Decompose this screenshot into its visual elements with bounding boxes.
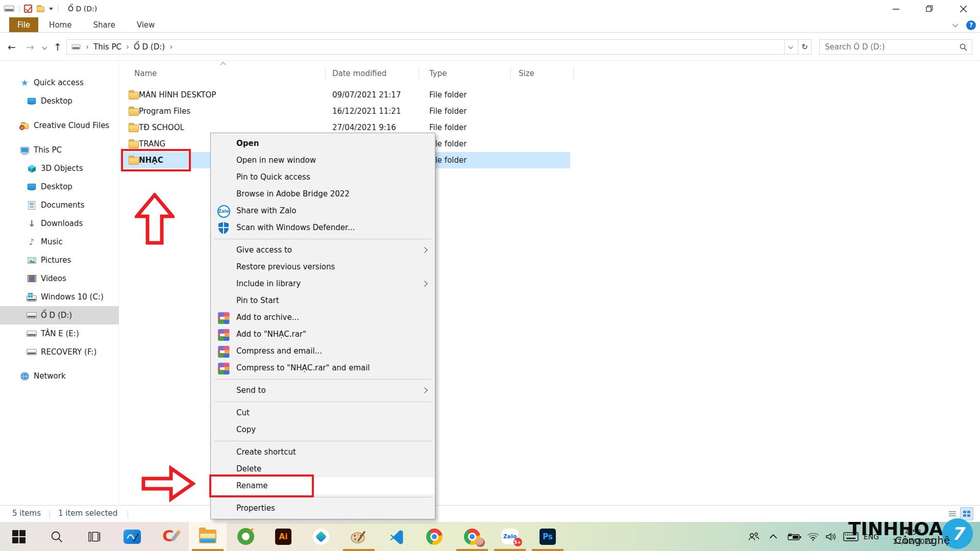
recent-locations-chevron-icon[interactable] — [40, 39, 49, 55]
column-divider[interactable] — [573, 67, 574, 80]
sidebar-item-this-pc[interactable]: This PC — [0, 141, 119, 159]
coccoc-browser-button[interactable] — [227, 522, 264, 551]
customize-toolbar-caret-icon[interactable] — [49, 8, 53, 10]
sidebar-item-windows-c-drive[interactable]: Windows 10 (C:) — [0, 288, 119, 306]
expand-ribbon-chevron-icon[interactable] — [952, 21, 958, 27]
help-button[interactable]: ? — [966, 20, 976, 30]
sidebar-item-desktop[interactable]: Desktop — [0, 178, 119, 196]
column-header-name[interactable]: Name — [134, 69, 157, 78]
menu-item-pin-to-start[interactable]: Pin to Start — [211, 292, 435, 309]
refresh-button[interactable]: ↻ — [798, 40, 811, 54]
address-dropdown-button[interactable] — [785, 40, 798, 54]
file-row-man-hinh-desktop[interactable]: MÀN HÌNH DESKTOP 09/07/2021 21:17 File f… — [122, 87, 570, 103]
menu-item-open-in-new-window[interactable]: Open in new window — [211, 152, 435, 169]
sidebar-item-e-drive[interactable]: TÂN E (E:) — [0, 324, 119, 343]
volume-icon[interactable] — [825, 532, 837, 541]
breadcrumb-this-pc[interactable]: This PC — [93, 42, 121, 52]
sidebar-item-downloads[interactable]: ↓Downloads — [0, 214, 119, 233]
column-divider[interactable] — [325, 67, 326, 80]
menu-item-restore-previous-versions[interactable]: Restore previous versions — [211, 259, 435, 276]
windows-drive-icon — [27, 292, 37, 302]
ccleaner-button[interactable]: C — [151, 522, 189, 551]
task-view-button[interactable] — [76, 522, 113, 551]
sidebar-item-d-drive[interactable]: Ổ D (D:) — [0, 306, 119, 324]
tab-file[interactable]: File — [9, 17, 38, 32]
restore-button[interactable] — [913, 0, 946, 17]
chrome-profile-button[interactable] — [453, 522, 491, 551]
menu-item-add-to-archive[interactable]: Add to archive... — [211, 309, 435, 326]
downloads-icon: ↓ — [27, 218, 37, 229]
whiteboard-button[interactable] — [113, 522, 151, 551]
file-explorer-button[interactable] — [189, 522, 227, 551]
menu-item-properties[interactable]: Properties — [211, 500, 435, 517]
column-divider[interactable] — [419, 67, 419, 80]
column-divider[interactable] — [510, 67, 511, 80]
menu-item-cut[interactable]: Cut — [211, 405, 435, 421]
menu-item-include-in-library[interactable]: Include in library — [211, 276, 435, 292]
large-icons-view-button[interactable] — [960, 507, 973, 520]
illustrator-button[interactable]: Ai — [264, 522, 302, 551]
menu-item-delete[interactable]: Delete — [211, 461, 435, 478]
notification-badge: 5+ — [513, 538, 522, 546]
menu-item-give-access-to[interactable]: Give access to — [211, 242, 435, 259]
properties-check-icon[interactable] — [24, 5, 32, 13]
tab-view[interactable]: View — [126, 17, 166, 32]
minimize-button[interactable] — [879, 0, 913, 17]
zalo-button[interactable]: Zalo5+ — [491, 522, 529, 551]
menu-item-open[interactable]: Open — [211, 135, 435, 152]
tab-home[interactable]: Home — [38, 17, 82, 32]
back-button[interactable]: ← — [5, 39, 18, 55]
column-header-type[interactable]: Type — [429, 69, 447, 78]
menu-item-send-to[interactable]: Send to — [211, 382, 435, 399]
sidebar-item-quick-access[interactable]: ★Quick access — [0, 73, 119, 92]
menu-item-compress-to-nhac-rar-and-email[interactable]: Compress to "NHẠC.rar" and email — [211, 360, 435, 377]
up-button[interactable]: ↑ — [51, 39, 64, 55]
sidebar-item-pictures[interactable]: Pictures — [0, 251, 119, 269]
sidebar-item-3d-objects[interactable]: 3D Objects — [0, 159, 119, 178]
menu-item-add-to-nhac-rar[interactable]: Add to "NHẠC.rar" — [211, 326, 435, 343]
coccoc-icon — [237, 528, 254, 545]
taskbar-buttons: C Ai Zalo5+ Ps — [0, 522, 567, 551]
tab-share[interactable]: Share — [82, 17, 126, 32]
vscode-button[interactable] — [378, 522, 415, 551]
sidebar-item-desktop-qa[interactable]: Desktop — [0, 92, 119, 110]
start-button[interactable] — [0, 522, 38, 551]
paint-palette-icon — [350, 529, 368, 544]
sidebar-item-music[interactable]: ♪Music — [0, 233, 119, 251]
chrome-icon — [426, 529, 443, 545]
whiteboard-icon — [124, 530, 141, 544]
new-folder-icon[interactable] — [37, 7, 44, 12]
wifi-icon[interactable] — [807, 532, 819, 541]
android-studio-button[interactable] — [302, 522, 340, 551]
sidebar-item-documents[interactable]: Documents — [0, 196, 119, 214]
chrome-button[interactable] — [415, 522, 453, 551]
menu-item-browse-in-adobe-bridge[interactable]: Browse in Adobe Bridge 2022 — [211, 186, 435, 203]
sidebar-item-videos[interactable]: Videos — [0, 269, 119, 288]
menu-item-rename[interactable]: Rename — [211, 478, 435, 494]
menu-item-create-shortcut[interactable]: Create shortcut — [211, 444, 435, 461]
sidebar-item-creative-cloud-files[interactable]: Creative Cloud Files — [0, 116, 119, 135]
breadcrumb-drive-d[interactable]: Ổ D (D:) — [134, 42, 165, 52]
search-button[interactable] — [38, 522, 76, 551]
close-button[interactable] — [946, 0, 980, 17]
search-input[interactable] — [820, 42, 960, 52]
photoshop-button[interactable]: Ps — [529, 522, 567, 551]
menu-item-share-with-zalo[interactable]: ZaloShare with Zalo — [211, 203, 435, 219]
menu-item-scan-with-windows-defender[interactable]: Scan with Windows Defender... — [211, 219, 435, 236]
sidebar-item-network[interactable]: Network — [0, 367, 119, 385]
column-header-size[interactable]: Size — [519, 69, 534, 78]
menu-item-copy[interactable]: Copy — [211, 421, 435, 438]
breadcrumb[interactable]: › This PC › Ổ D (D:) › ↻ — [66, 39, 812, 55]
show-hidden-icons-chevron-icon[interactable] — [769, 534, 778, 539]
paint-button[interactable] — [340, 522, 378, 551]
battery-icon[interactable] — [786, 533, 801, 541]
menu-item-pin-to-quick-access[interactable]: Pin to Quick access — [211, 169, 435, 186]
column-header-date-modified[interactable]: Date modified — [332, 69, 386, 78]
people-icon[interactable] — [747, 532, 761, 542]
forward-button[interactable]: → — [23, 39, 37, 55]
sidebar-item-f-drive[interactable]: RECOVERY (F:) — [0, 343, 119, 361]
menu-item-compress-and-email[interactable]: Compress and email... — [211, 343, 435, 360]
file-row-program-files[interactable]: Program Files 16/12/2021 11:21 File fold… — [122, 103, 570, 119]
status-bar: 5 items 1 item selected — [0, 505, 980, 522]
title-bar: Ổ D (D:) — [0, 0, 980, 17]
